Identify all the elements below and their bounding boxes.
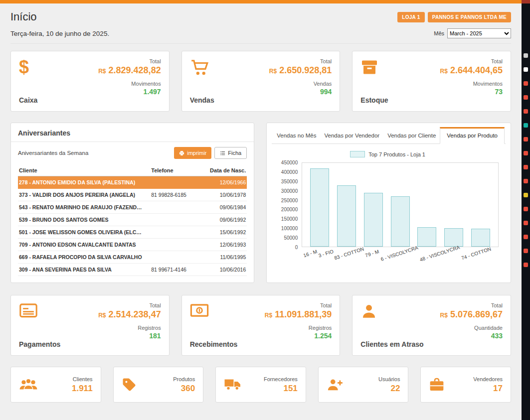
count-value: 994: [269, 88, 332, 96]
edge-strip-icon[interactable]: [524, 53, 528, 58]
card-title: Pagamentos: [19, 340, 60, 348]
mini-cards-row: Clientes 1.911 Produtos 360: [10, 367, 511, 403]
count-label: Movimentos: [98, 81, 161, 87]
table-row[interactable]: 373 - VALDIR DOS ANJOS PEREIRA (ANGELA)8…: [18, 189, 247, 201]
tag-icon: [122, 377, 137, 392]
month-label: Mês: [434, 30, 444, 36]
count-label: Registros: [265, 325, 332, 331]
table-row[interactable]: 278 - ANTONIO EMIDIO DA SILVA (PALESTINA…: [18, 176, 247, 189]
edge-strip-icon[interactable]: [524, 95, 528, 100]
edge-strip-icon[interactable]: [524, 263, 528, 267]
cell-data-nasc: 09/06/1992: [203, 217, 246, 223]
bar[interactable]: [391, 196, 410, 247]
sales-chart: Top 7 Produtos - Loja 1 0500001000001500…: [272, 144, 506, 267]
col-cliente: Cliente: [19, 167, 151, 173]
month-select[interactable]: March - 2025: [447, 28, 511, 38]
cell-data-nasc: 12/06/1966: [203, 179, 246, 185]
person-icon: [360, 302, 423, 323]
table-row[interactable]: 539 - BRUNO DOS SANTOS GOMES09/06/1992: [18, 214, 247, 226]
briefcase-icon: [429, 377, 445, 392]
credit-card-icon: [19, 302, 60, 323]
bar[interactable]: [417, 227, 436, 247]
bar-slot: [467, 163, 494, 247]
edge-strip-icon[interactable]: [524, 165, 528, 169]
edge-strip-icon[interactable]: [524, 179, 528, 183]
count-label: Quantidade: [440, 325, 503, 331]
count-label: Movimentos: [440, 81, 503, 87]
bar[interactable]: [337, 185, 356, 247]
tab-vendas-por-cliente[interactable]: Vendas por Cliente: [383, 128, 440, 143]
table-row[interactable]: 543 - RENATO MARINHO DE ARAUJO (FAZEND…0…: [18, 201, 247, 214]
tab-vendas-por-vendedor[interactable]: Vendas por Vendedor: [321, 128, 384, 143]
card-title: Recebimentos: [190, 340, 238, 348]
tab-vendas-por-produto[interactable]: Vendas por Produto: [440, 127, 505, 144]
cell-cliente: 669 - RAFAELA PROCOPIO DA SILVA CARVALHO: [19, 254, 151, 260]
edge-strip-icon[interactable]: [524, 109, 528, 114]
ficha-button[interactable]: Ficha: [214, 147, 247, 159]
mini-label: Vendedores: [473, 376, 503, 382]
edge-strip-icon[interactable]: [524, 249, 528, 253]
bar[interactable]: [364, 193, 383, 247]
total-label: Total: [269, 58, 332, 64]
cell-cliente: 309 - ANA SEVERINA PAES DA SILVA: [19, 267, 151, 273]
mini-value: 22: [378, 384, 400, 394]
edge-strip-icon[interactable]: [524, 67, 528, 72]
count-value: 433: [440, 332, 503, 340]
cell-data-nasc: 09/06/1984: [203, 204, 246, 210]
edge-strip-icon[interactable]: [524, 193, 528, 197]
summary-cards-top: $ Caixa Total R$ 2.829.428,82 Movimentos…: [10, 51, 511, 112]
x-tick: 74 - COTTON: [464, 247, 495, 267]
total-value: R$ 2.650.928,81: [269, 65, 332, 76]
count-value: 1.497: [98, 88, 161, 96]
edge-strip-icon[interactable]: [524, 235, 528, 239]
y-tick-label: 250000: [281, 197, 298, 203]
print-button[interactable]: imprimir: [174, 147, 211, 159]
mini-label: Produtos: [173, 376, 195, 382]
birthdays-subtitle: Aniversariantes da Semana: [18, 150, 88, 156]
table-row[interactable]: 501 - JOSE WELISSON GOMES OLIVEIRA (ELC……: [18, 226, 247, 239]
bar[interactable]: [444, 228, 463, 247]
cell-data-nasc: 15/06/1992: [203, 229, 246, 235]
cell-cliente: 543 - RENATO MARINHO DE ARAUJO (FAZEND…: [19, 204, 151, 210]
company-button[interactable]: PANNOS E PANNOS LTDA ME: [428, 12, 511, 22]
plot-area: [302, 162, 499, 247]
y-axis: 0500001000001500002000002500003000003500…: [272, 162, 299, 247]
store-button[interactable]: LOJA 1: [397, 12, 424, 22]
mini-label: Fornecedores: [264, 376, 298, 382]
cell-cliente: 278 - ANTONIO EMIDIO DA SILVA (PALESTINA…: [19, 179, 151, 185]
summary-cards-mid: Pagamentos Total R$ 2.514.238,47 Registr…: [10, 295, 511, 356]
cart-icon: [190, 58, 214, 79]
printer-icon: [179, 150, 184, 156]
total-value: R$ 5.076.869,67: [440, 309, 503, 320]
edge-strip-icon[interactable]: [524, 137, 528, 141]
bar[interactable]: [310, 168, 329, 247]
table-row[interactable]: 709 - ANTONIO EDSON CAVALCANTE DANTAS12/…: [18, 239, 247, 251]
y-tick-label: 50000: [284, 235, 298, 241]
card-title: Estoque: [360, 96, 388, 104]
y-tick-label: 0: [295, 245, 298, 250]
edge-strip-icon[interactable]: [524, 123, 528, 128]
cell-data-nasc: 10/06/2016: [203, 267, 246, 273]
col-telefone: Telefone: [151, 167, 203, 173]
edge-strip-icon[interactable]: [524, 207, 528, 211]
user-plus-icon: [327, 377, 344, 392]
x-tick-label: 74 - COTTON: [461, 246, 492, 261]
edge-strip-icon[interactable]: [524, 221, 528, 225]
edge-strip-icon[interactable]: [524, 151, 528, 155]
tab-vendas-no-mês[interactable]: Vendas no Mês: [273, 128, 320, 143]
y-tick-label: 350000: [281, 178, 298, 184]
cell-telefone: 81 99671-4146: [151, 267, 203, 273]
edge-strip-icon[interactable]: [524, 81, 528, 86]
page-header: Início LOJA 1 PANNOS E PANNOS LTDA ME: [10, 10, 511, 23]
count-value: 1.254: [265, 332, 332, 340]
mini-card-fornecedores: Fornecedores 151: [215, 367, 306, 403]
y-tick-label: 400000: [281, 169, 298, 174]
table-row[interactable]: 669 - RAFAELA PROCOPIO DA SILVA CARVALHO…: [18, 251, 247, 264]
list-icon: [220, 150, 225, 156]
y-tick-label: 100000: [281, 226, 298, 231]
table-row[interactable]: 309 - ANA SEVERINA PAES DA SILVA81 99671…: [18, 264, 247, 276]
chart-legend: Top 7 Produtos - Loja 1: [350, 151, 425, 157]
card-estoque: Estoque Total R$ 2.644.404,65 Movimentos…: [352, 51, 511, 112]
total-value: R$ 2.514.238,47: [98, 309, 161, 320]
bar[interactable]: [471, 229, 490, 247]
